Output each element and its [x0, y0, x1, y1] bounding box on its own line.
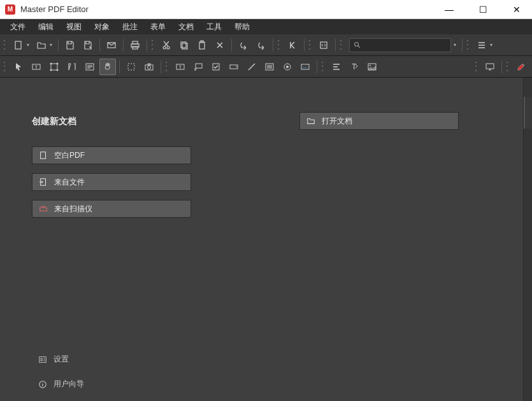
line-tool[interactable] — [243, 59, 260, 75]
new-doc-button[interactable] — [10, 37, 27, 53]
svg-rect-27 — [196, 64, 202, 68]
menu-view[interactable]: 视图 — [60, 19, 88, 35]
close-button[interactable]: ✕ — [507, 2, 527, 17]
import-icon — [39, 178, 48, 186]
open-button[interactable] — [33, 37, 50, 53]
grip-icon[interactable] — [166, 60, 169, 73]
menu-form[interactable]: 表单 — [144, 19, 172, 35]
text-style-tool[interactable]: T — [346, 59, 363, 75]
redo-button[interactable] — [253, 37, 270, 53]
grip-icon[interactable] — [4, 60, 8, 73]
radio-tool[interactable] — [279, 59, 296, 75]
svg-rect-8 — [182, 43, 187, 49]
screen-tool[interactable] — [482, 59, 498, 75]
callout-tool[interactable] — [190, 59, 206, 75]
menu-tools[interactable]: 工具 — [200, 19, 228, 35]
grip-icon[interactable] — [467, 39, 471, 52]
chevron-down-icon[interactable]: ▾ — [27, 42, 32, 48]
svg-point-18 — [50, 69, 52, 71]
chevron-down-icon[interactable]: ▾ — [50, 42, 55, 48]
menu-document[interactable]: 文档 — [172, 19, 200, 35]
svg-point-16 — [50, 62, 52, 64]
app-icon: M — [5, 4, 15, 15]
minimize-button[interactable]: — — [438, 2, 460, 17]
chevron-down-icon[interactable]: ▾ — [490, 42, 495, 48]
open-document-button[interactable]: 打开文档 — [299, 112, 459, 130]
svg-rect-11 — [320, 42, 327, 48]
document-icon — [39, 151, 48, 160]
menu-file[interactable]: 文件 — [4, 19, 32, 35]
right-panel-collapsed[interactable] — [523, 78, 532, 401]
svg-point-6 — [167, 46, 169, 49]
panel-tab[interactable] — [524, 97, 532, 129]
delete-button[interactable] — [212, 37, 228, 53]
user-guide-link[interactable]: 用户向导 — [32, 376, 90, 392]
menu-object[interactable]: 对象 — [88, 19, 116, 35]
grip-icon[interactable] — [322, 60, 326, 73]
svg-rect-9 — [199, 42, 205, 49]
search-input[interactable] — [364, 41, 452, 49]
text-select-tool[interactable]: T — [28, 59, 45, 75]
image-tool[interactable] — [364, 59, 380, 75]
first-page-button[interactable] — [284, 37, 301, 53]
svg-point-17 — [57, 62, 59, 64]
folder-open-icon — [306, 116, 315, 125]
search-box[interactable] — [349, 38, 451, 52]
edit-text-tool[interactable] — [64, 59, 80, 75]
print-button[interactable] — [127, 37, 143, 53]
signature-tool[interactable] — [297, 59, 313, 75]
scanner-icon — [39, 204, 48, 213]
grip-icon[interactable] — [309, 39, 313, 52]
save-as-button[interactable] — [80, 37, 96, 53]
svg-rect-38 — [41, 152, 46, 159]
snapshot-tool[interactable] — [141, 59, 157, 75]
highlight-tool[interactable] — [513, 59, 529, 75]
pointer-tool[interactable] — [10, 59, 27, 75]
blank-pdf-button[interactable]: 空白PDF — [32, 146, 191, 164]
form-tool[interactable] — [82, 59, 98, 75]
info-icon — [38, 380, 47, 389]
fit-page-button[interactable] — [315, 37, 332, 53]
save-button[interactable] — [62, 37, 78, 53]
menu-lines-button[interactable] — [473, 37, 490, 53]
from-file-button[interactable]: 来自文件 — [32, 173, 191, 191]
menu-annotate[interactable]: 批注 — [116, 19, 144, 35]
menu-help[interactable]: 帮助 — [228, 19, 256, 35]
paste-button[interactable] — [194, 37, 210, 53]
svg-rect-37 — [486, 64, 494, 69]
titlebar: M Master PDF Editor — ☐ ✕ — [0, 0, 532, 19]
listbox-tool[interactable] — [261, 59, 278, 75]
email-button[interactable] — [103, 37, 120, 53]
svg-point-19 — [57, 69, 59, 71]
dropdown-tool[interactable] — [226, 59, 242, 75]
edit-object-tool[interactable] — [46, 59, 62, 75]
text-box-tool[interactable]: T — [172, 59, 189, 75]
svg-rect-4 — [133, 46, 138, 49]
hand-tool[interactable] — [99, 59, 116, 75]
grip-icon[interactable] — [4, 39, 8, 52]
svg-text:T: T — [179, 64, 182, 70]
settings-link[interactable]: 设置 — [32, 351, 90, 367]
svg-point-32 — [286, 66, 289, 68]
svg-rect-15 — [51, 64, 57, 70]
from-scanner-button[interactable]: 来自扫描仪 — [32, 200, 191, 218]
menu-edit[interactable]: 编辑 — [32, 19, 60, 35]
grip-icon[interactable] — [340, 39, 344, 52]
svg-point-5 — [163, 46, 166, 49]
chevron-down-icon[interactable]: ▾ — [454, 42, 459, 48]
toolbar-1: ▾ ▾ ▾ ▾ — [0, 34, 532, 56]
grip-icon[interactable] — [278, 39, 282, 52]
svg-rect-0 — [15, 41, 21, 49]
marquee-tool[interactable] — [123, 59, 140, 75]
grip-icon[interactable] — [507, 60, 510, 73]
checkbox-tool[interactable] — [208, 59, 224, 75]
undo-button[interactable] — [235, 37, 252, 53]
cut-button[interactable] — [158, 37, 175, 53]
grip-icon[interactable] — [475, 60, 479, 73]
maximize-button[interactable]: ☐ — [473, 2, 494, 17]
app-title: Master PDF Editor — [20, 4, 89, 14]
align-tool[interactable] — [328, 59, 345, 75]
copy-button[interactable] — [176, 37, 192, 53]
grip-icon[interactable] — [152, 39, 155, 52]
svg-rect-7 — [181, 42, 186, 48]
